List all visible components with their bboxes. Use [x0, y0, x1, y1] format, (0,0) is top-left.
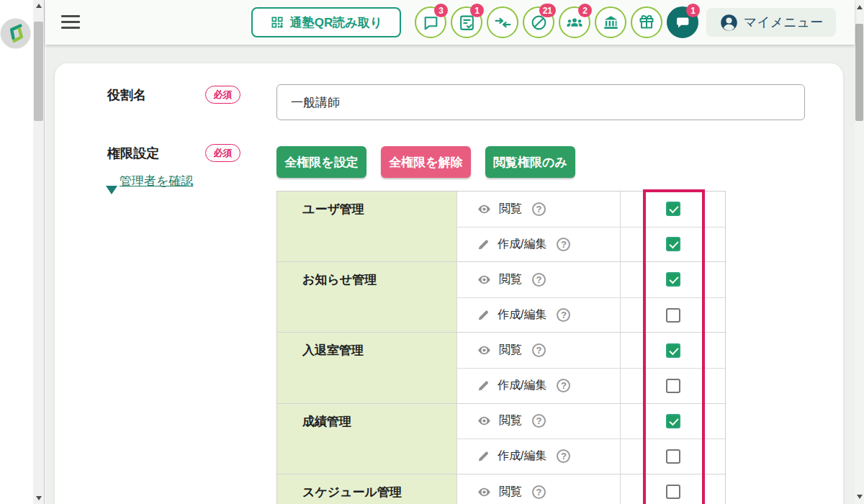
clear-all-permissions-button[interactable]: 全権限を解除	[381, 146, 471, 178]
help-icon[interactable]	[532, 343, 546, 357]
table-row-group: お知らせ管理 閲覧 作成/編集	[277, 261, 725, 332]
my-menu-label: マイメニュー	[744, 14, 823, 31]
chat-filled-icon	[674, 14, 691, 31]
help-icon[interactable]	[557, 308, 570, 322]
school-button[interactable]	[595, 6, 626, 38]
top-header: 通塾QR読み取り 3 1	[45, 0, 855, 45]
edit-permission-row: 作成/編集	[457, 227, 725, 262]
eye-icon	[477, 202, 492, 217]
edit-label: 作成/編集	[498, 449, 546, 464]
right-scrollbar-thumb[interactable]	[855, 24, 863, 121]
hamburger-menu-icon[interactable]	[61, 15, 80, 29]
table-row-group: 入退室管理 閲覧 作成/編集	[277, 332, 725, 402]
school-building-icon	[602, 14, 620, 32]
help-icon[interactable]	[532, 485, 546, 499]
help-icon[interactable]	[532, 273, 546, 287]
pencil-icon	[477, 449, 490, 463]
permissions-table: ユーザ管理 閲覧 作成/編集	[276, 191, 726, 504]
pencil-icon	[477, 379, 490, 392]
eye-icon	[477, 413, 492, 428]
badge-count: 21	[539, 4, 556, 17]
help-icon[interactable]	[532, 202, 546, 216]
chat-button[interactable]: 1	[667, 6, 698, 38]
app-logo	[0, 17, 32, 50]
category-label: ユーザ管理	[277, 192, 457, 261]
qr-code-icon	[270, 15, 284, 30]
view-permission-row: 閲覧	[457, 333, 725, 368]
pencil-icon	[477, 238, 490, 251]
eye-icon	[477, 485, 492, 500]
left-edge-strip	[0, 0, 33, 504]
messages-button[interactable]: 3	[415, 6, 446, 38]
view-label: 閲覧	[499, 272, 522, 287]
table-row-group: 成績管理 閲覧 作成/編集	[277, 403, 725, 474]
left-scrollbar-thumb[interactable]	[34, 22, 43, 121]
edit-permission-row: 作成/編集	[457, 297, 725, 333]
view-label: 閲覧	[499, 202, 522, 217]
edit-permission-row: 作成/編集	[457, 438, 725, 474]
students-button[interactable]: 2	[559, 6, 590, 38]
arrows-merge-icon	[494, 14, 512, 32]
category-label: お知らせ管理	[277, 262, 457, 332]
edit-label: 作成/編集	[498, 307, 546, 323]
eye-icon	[477, 272, 492, 287]
view-label: 閲覧	[499, 413, 522, 428]
scroll-down-icon[interactable]	[33, 492, 44, 504]
view-checkbox[interactable]	[666, 414, 680, 428]
category-label: 成績管理	[277, 404, 457, 474]
badge-count: 3	[434, 4, 448, 17]
scroll-up-icon[interactable]	[855, 1, 864, 13]
entry-exit-button[interactable]	[487, 6, 518, 38]
tasks-button[interactable]: 1	[451, 6, 482, 38]
view-permission-row: 閲覧	[457, 404, 725, 439]
qr-read-button[interactable]: 通塾QR読み取り	[251, 7, 401, 37]
edit-checkbox[interactable]	[666, 308, 680, 323]
my-menu-button[interactable]: マイメニュー	[706, 8, 836, 37]
help-icon[interactable]	[557, 379, 570, 392]
table-row-group: スケジュール管理 閲覧	[277, 474, 725, 504]
edit-checkbox[interactable]	[666, 379, 680, 393]
required-badge: 必須	[205, 86, 240, 104]
gift-icon	[638, 14, 655, 31]
role-name-input[interactable]	[276, 84, 805, 120]
help-icon[interactable]	[557, 238, 570, 251]
badge-count: 2	[578, 4, 592, 17]
eye-icon	[477, 343, 492, 358]
help-icon[interactable]	[557, 449, 570, 463]
scroll-up-icon[interactable]	[33, 0, 44, 12]
view-only-permissions-button[interactable]: 閲覧権限のみ	[485, 146, 575, 178]
person-icon	[719, 13, 739, 32]
admin-check-link[interactable]: 管理者を確認	[120, 170, 194, 192]
left-scrollbar[interactable]	[33, 0, 45, 504]
edit-label: 作成/編集	[498, 378, 546, 393]
view-permission-row: 閲覧	[457, 192, 725, 227]
pencil-icon	[477, 308, 490, 322]
table-row-group: ユーザ管理 閲覧 作成/編集	[277, 192, 725, 261]
required-badge: 必須	[205, 144, 240, 162]
category-label: 入退室管理	[277, 333, 457, 402]
edit-checkbox[interactable]	[666, 237, 680, 251]
edit-checkbox[interactable]	[666, 449, 680, 464]
edit-permission-row: 作成/編集	[457, 368, 725, 403]
caret-down-icon[interactable]	[106, 186, 117, 194]
view-checkbox[interactable]	[666, 485, 680, 499]
qr-read-label: 通塾QR読み取り	[290, 14, 382, 31]
gift-button[interactable]	[631, 6, 662, 38]
edit-label: 作成/編集	[498, 237, 546, 252]
help-icon[interactable]	[532, 414, 546, 428]
app-window: 通塾QR読み取り 3 1	[45, 0, 855, 504]
right-scrollbar[interactable]	[855, 0, 864, 504]
view-checkbox[interactable]	[666, 343, 680, 358]
scroll-down-icon[interactable]	[855, 491, 864, 503]
view-checkbox[interactable]	[666, 272, 680, 287]
view-checkbox[interactable]	[666, 202, 680, 216]
set-all-permissions-button[interactable]: 全権限を設定	[276, 146, 366, 178]
badge-count: 1	[470, 4, 484, 17]
view-label: 閲覧	[499, 485, 522, 500]
view-label: 閲覧	[499, 343, 522, 358]
permission-settings-label: 権限設定	[107, 144, 159, 163]
role-edit-card: 役割名 必須 権限設定 必須 管理者を確認 全権限を設定 全権限を解除 閲覧権限…	[55, 63, 843, 504]
absence-button[interactable]: 21	[523, 6, 554, 38]
badge-count: 1	[686, 4, 700, 17]
view-permission-row: 閲覧	[457, 262, 725, 297]
